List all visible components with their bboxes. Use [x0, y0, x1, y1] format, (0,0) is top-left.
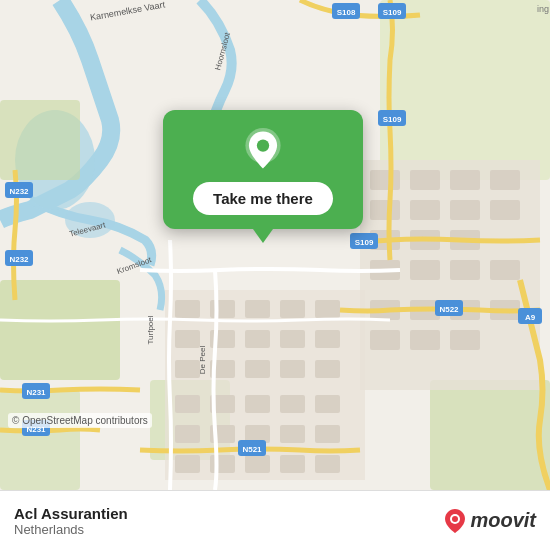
svg-rect-48 — [175, 395, 200, 413]
map-view[interactable]: N232 N232 S108 S109 S109 S109 A9 N522 N2… — [0, 0, 550, 490]
svg-rect-45 — [245, 360, 270, 378]
svg-rect-24 — [490, 260, 520, 280]
svg-rect-11 — [410, 170, 440, 190]
svg-rect-5 — [0, 390, 80, 490]
moovit-pin-icon — [444, 507, 466, 535]
svg-text:S109: S109 — [383, 8, 402, 17]
svg-rect-50 — [245, 395, 270, 413]
svg-rect-43 — [175, 360, 200, 378]
svg-rect-7 — [430, 380, 550, 490]
svg-rect-59 — [210, 455, 235, 473]
svg-rect-13 — [490, 170, 520, 190]
svg-point-94 — [257, 139, 269, 151]
location-name: Acl Assurantien — [14, 505, 128, 522]
location-pin-icon — [241, 128, 285, 172]
svg-rect-23 — [450, 260, 480, 280]
location-country: Netherlands — [14, 522, 128, 537]
svg-rect-15 — [410, 200, 440, 220]
map-attribution: © OpenStreetMap contributors — [8, 413, 152, 428]
svg-rect-53 — [175, 425, 200, 443]
svg-rect-29 — [370, 330, 400, 350]
svg-point-96 — [452, 516, 458, 522]
svg-rect-30 — [410, 330, 440, 350]
svg-text:N232: N232 — [9, 255, 29, 264]
svg-rect-12 — [450, 170, 480, 190]
svg-rect-17 — [490, 200, 520, 220]
svg-rect-40 — [245, 330, 270, 348]
svg-rect-6 — [380, 0, 550, 180]
svg-rect-52 — [315, 395, 340, 413]
svg-rect-56 — [280, 425, 305, 443]
svg-rect-35 — [245, 300, 270, 318]
moovit-brand-text: moovit — [470, 509, 536, 532]
svg-rect-37 — [315, 300, 340, 318]
svg-rect-51 — [280, 395, 305, 413]
svg-rect-46 — [280, 360, 305, 378]
svg-text:De Peel: De Peel — [198, 346, 207, 375]
moovit-logo[interactable]: moovit — [444, 507, 536, 535]
svg-text:S108: S108 — [337, 8, 356, 17]
svg-rect-3 — [0, 100, 80, 180]
svg-text:S109: S109 — [355, 238, 374, 247]
bottom-bar: Acl Assurantien Netherlands moovit — [0, 490, 550, 550]
svg-rect-22 — [410, 260, 440, 280]
svg-text:Turfpoel: Turfpoel — [146, 315, 155, 344]
svg-rect-34 — [210, 300, 235, 318]
location-popup[interactable]: Take me there — [163, 110, 363, 229]
svg-text:A9: A9 — [525, 313, 536, 322]
svg-rect-60 — [245, 455, 270, 473]
svg-rect-42 — [315, 330, 340, 348]
svg-text:N521: N521 — [242, 445, 262, 454]
svg-rect-31 — [450, 330, 480, 350]
svg-text:ing: ing — [537, 4, 549, 14]
svg-rect-10 — [370, 170, 400, 190]
svg-text:N232: N232 — [9, 187, 29, 196]
svg-rect-36 — [280, 300, 305, 318]
svg-rect-16 — [450, 200, 480, 220]
svg-rect-4 — [0, 280, 120, 380]
svg-rect-47 — [315, 360, 340, 378]
svg-text:N231: N231 — [26, 388, 46, 397]
svg-rect-61 — [280, 455, 305, 473]
svg-rect-41 — [280, 330, 305, 348]
take-me-there-button[interactable]: Take me there — [193, 182, 333, 215]
location-info: Acl Assurantien Netherlands — [14, 505, 128, 537]
svg-text:S109: S109 — [383, 115, 402, 124]
svg-rect-33 — [175, 300, 200, 318]
svg-rect-38 — [175, 330, 200, 348]
svg-rect-58 — [175, 455, 200, 473]
svg-rect-14 — [370, 200, 400, 220]
svg-rect-62 — [315, 455, 340, 473]
svg-rect-57 — [315, 425, 340, 443]
svg-text:N522: N522 — [439, 305, 459, 314]
